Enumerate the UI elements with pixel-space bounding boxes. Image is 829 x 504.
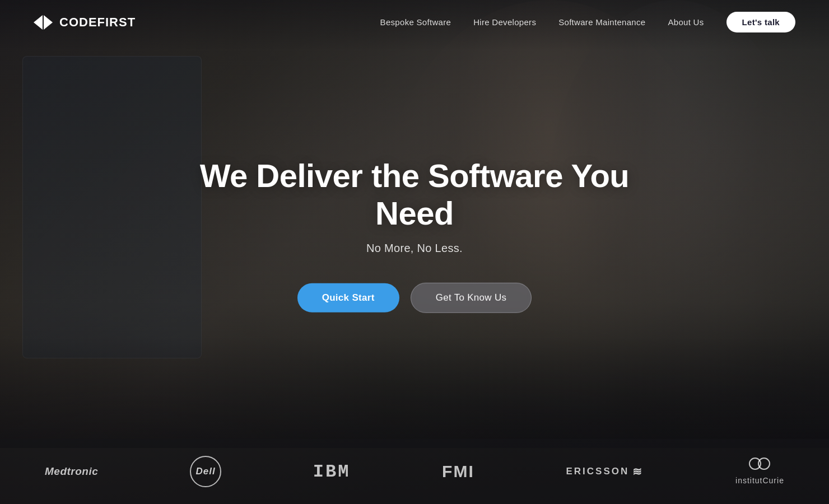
- nav-cta-button[interactable]: Let's talk: [726, 12, 795, 32]
- hero-subtitle: No More, No Less.: [162, 242, 667, 255]
- logo-link[interactable]: CODEFIRST: [34, 15, 136, 30]
- logo-diamond-left: [34, 15, 43, 30]
- logo-diamond-right: [44, 15, 53, 30]
- hero-buttons: Quick Start Get To Know Us: [162, 283, 667, 313]
- client-logo-fmi: FMI: [442, 462, 474, 481]
- client-logo-ericsson: ERICSSON ≋: [566, 465, 644, 478]
- curie-label: institutCurie: [735, 476, 784, 486]
- ericsson-wave-icon: ≋: [632, 465, 644, 478]
- ericsson-label: ERICSSON: [566, 466, 629, 477]
- curie-ring-2: [758, 458, 770, 470]
- nav-item-software-maintenance[interactable]: Software Maintenance: [558, 17, 645, 27]
- logo-text: CODEFIRST: [59, 15, 136, 30]
- nav-item-bespoke-software[interactable]: Bespoke Software: [380, 17, 451, 27]
- clients-logos-bar: Medtronic Dell IBM FMI ERICSSON ≋ in: [0, 439, 829, 504]
- get-to-know-us-button[interactable]: Get To Know Us: [411, 283, 532, 313]
- curie-circles-icon: [749, 458, 770, 470]
- hero-section: CODEFIRST Bespoke Software Hire Develope…: [0, 0, 829, 504]
- nav-item-about-us[interactable]: About Us: [668, 17, 704, 27]
- fmi-label: FMI: [442, 462, 474, 481]
- nav-item-hire-developers[interactable]: Hire Developers: [473, 17, 536, 27]
- ibm-label: IBM: [313, 461, 351, 482]
- logo-icon: [34, 15, 54, 30]
- client-logo-medtronic: Medtronic: [45, 465, 98, 478]
- dark-band-bottom: [0, 336, 829, 448]
- client-logo-curie: institutCurie: [735, 458, 784, 486]
- hero-content: We Deliver the Software You Need No More…: [162, 157, 667, 313]
- client-logo-dell: Dell: [190, 456, 221, 487]
- medtronic-label: Medtronic: [45, 465, 98, 478]
- client-logo-ibm: IBM: [313, 461, 351, 482]
- dell-circle: Dell: [190, 456, 221, 487]
- hero-title: We Deliver the Software You Need: [162, 157, 667, 232]
- nav-links: Bespoke Software Hire Developers Softwar…: [380, 17, 795, 27]
- dell-label: Dell: [195, 466, 215, 477]
- navbar: CODEFIRST Bespoke Software Hire Develope…: [0, 0, 829, 45]
- quick-start-button[interactable]: Quick Start: [297, 283, 399, 312]
